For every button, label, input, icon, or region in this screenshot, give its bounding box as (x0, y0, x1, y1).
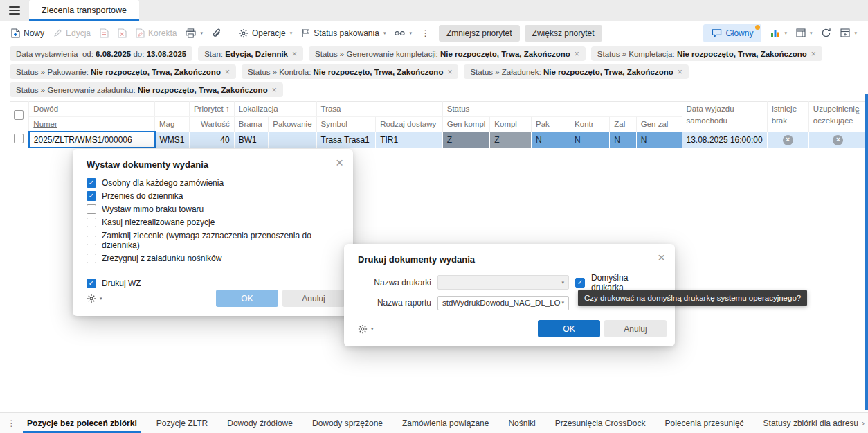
edycja-button[interactable]: Edycja (49, 24, 95, 42)
copy-document-button[interactable] (96, 24, 113, 42)
dialog-option[interactable]: Zamknij zlecenie (wymaga zaznaczenia prz… (73, 229, 353, 251)
column-header-brama[interactable]: Brama (234, 116, 269, 132)
checkbox-unchecked[interactable] (87, 236, 96, 245)
column-header-kontr[interactable]: Kontr (570, 116, 610, 132)
column-header-pakowanie[interactable]: Pakowanie (269, 116, 316, 132)
select-all-checkbox[interactable] (14, 110, 24, 120)
dialog-option[interactable]: Kasuj niezrealizowane pozycje (73, 215, 353, 229)
cell-zal[interactable]: N (610, 132, 636, 148)
dialog-option[interactable]: ✓Przenieś do dziennika (73, 189, 353, 202)
column-header-kompl[interactable]: Kompl (490, 116, 532, 132)
column-header-mag[interactable]: Mag (155, 116, 190, 132)
column-header-zal[interactable]: Zal (610, 116, 636, 132)
cell-pak[interactable]: N (531, 132, 570, 148)
chip-close-icon[interactable]: × (272, 85, 277, 95)
column-group-status[interactable]: Status (442, 102, 682, 117)
column-header-numer[interactable]: Numer (29, 116, 155, 132)
dialog-option[interactable]: Wystaw mimo braku towaru (73, 202, 353, 215)
grid-settings-button[interactable]: ▾ (836, 24, 861, 42)
report-select[interactable]: stdWydrukDowodu_NAG_DL_LOK, ▾ (437, 296, 569, 310)
bottom-tab-nośniki[interactable]: Nośniki (498, 413, 545, 433)
settings-gear-button[interactable]: ▾ (87, 294, 102, 303)
dots-vertical-icon[interactable]: ⋮ (6, 413, 17, 433)
operacje-button[interactable]: Operacje ▾ (235, 24, 296, 42)
anuluj-button[interactable]: Anuluj (604, 320, 667, 337)
column-group-dowód[interactable]: Dowód (29, 102, 155, 117)
chip-close-icon[interactable]: × (225, 67, 230, 77)
dialog-option[interactable]: Zrezygnuj z załadunku nośników (73, 251, 353, 265)
cell-gen_kompl[interactable]: Z (442, 132, 490, 148)
column-header-rodzaj_dostawy[interactable]: Rodzaj dostawy (376, 116, 443, 132)
print-button[interactable]: ▾ (181, 24, 207, 42)
column-group-trasa[interactable]: Trasa (316, 102, 442, 117)
status-pakowania-button[interactable]: Status pakowania ▾ (297, 24, 390, 42)
cell-data_wyjazdu[interactable]: 13.08.2025 16:00:00 (682, 132, 767, 148)
collapse-panel-icon[interactable]: « (855, 107, 860, 116)
cell-gen_zal[interactable]: N (636, 132, 682, 148)
checkbox-unchecked[interactable] (87, 218, 96, 227)
checkbox-unchecked[interactable] (87, 204, 96, 214)
chip-close-icon[interactable]: × (292, 49, 297, 59)
nowy-button[interactable]: Nowy (7, 24, 48, 42)
column-group-lokalizacja[interactable]: Lokalizacja (234, 102, 316, 117)
ok-button[interactable]: OK (216, 290, 278, 307)
cell-brama[interactable]: BW1 (234, 132, 269, 148)
more-options-button[interactable]: ⋮ (417, 24, 434, 42)
chevron-right-icon[interactable]: › (862, 413, 865, 433)
chip-close-icon[interactable]: × (678, 67, 682, 77)
dialog-option[interactable]: ✓Osobny dla każdego zamówienia (73, 176, 353, 189)
cell-kontr[interactable]: N (570, 132, 610, 148)
cell-symbol[interactable]: Trasa Trasa1 (316, 132, 376, 148)
column-group-priorytet[interactable]: Priorytet ↑ (189, 102, 234, 117)
bottom-tab-polecenia-przesunięć[interactable]: Polecenia przesunięć (655, 413, 754, 433)
row-checkbox[interactable] (14, 134, 24, 143)
glowny-button[interactable]: Główny (703, 24, 761, 42)
right-panel-splitter[interactable] (865, 94, 868, 410)
printer-select[interactable]: ▾ (437, 275, 569, 290)
default-printer-checkbox[interactable]: ✓ (575, 278, 585, 288)
column-group-none[interactable] (155, 102, 190, 117)
hamburger-menu-icon[interactable] (0, 0, 29, 21)
bottom-tab-pozycje-zltr[interactable]: Pozycje ZLTR (147, 413, 217, 433)
column-header-gen_kompl[interactable]: Gen kompl (442, 116, 490, 132)
chip-close-icon[interactable]: × (811, 49, 816, 59)
cell-rodzaj_dostawy[interactable]: TIR1 (376, 132, 443, 148)
cell-numer[interactable]: 2025/ZLTR/WMS1/000006 (29, 132, 155, 148)
option-drukuj-wz[interactable]: ✓ Drukuj WZ (73, 276, 353, 290)
zwieksz-priorytet-button[interactable]: Zwiększ priorytet (525, 25, 602, 42)
column-header-wartosc[interactable]: Wartość (189, 116, 234, 132)
cell-pakowanie[interactable] (269, 132, 316, 148)
column-header-symbol[interactable]: Symbol (316, 116, 376, 132)
checkbox-checked[interactable]: ✓ (87, 279, 96, 288)
cell-mag[interactable]: WMS1 (155, 132, 190, 148)
bottom-tab-statusy-zbiórki-dla-adresu[interactable]: Statusy zbiórki dla adresu (754, 413, 868, 433)
cell-istnieje_brak[interactable]: × (767, 132, 808, 148)
link-button[interactable]: ▾ (390, 24, 416, 42)
settings-gear-button[interactable]: ▾ (358, 324, 374, 334)
checkbox-checked[interactable]: ✓ (87, 191, 96, 201)
column-header-pak[interactable]: Pak (531, 116, 570, 132)
chip-close-icon[interactable]: × (447, 67, 452, 77)
chart-button[interactable]: ▾ (766, 24, 791, 42)
cell-wartosc[interactable]: 40 (189, 132, 234, 148)
bottom-tab-dowody-źródłowe[interactable]: Dowody źródłowe (217, 413, 302, 433)
column-header-istnieje_brak[interactable]: Istnieje brak (767, 102, 808, 132)
delete-document-button[interactable] (114, 24, 131, 42)
close-icon[interactable]: × (336, 156, 343, 169)
ok-button[interactable]: OK (538, 320, 600, 337)
checkbox-unchecked[interactable] (87, 254, 96, 263)
layout-button[interactable]: ▾ (792, 24, 817, 42)
bottom-tab-pozycje-bez-poleceń-zbiórki[interactable]: Pozycje bez poleceń zbiórki (17, 413, 147, 433)
refresh-button[interactable] (817, 24, 835, 42)
tab-zlecenia-transportowe[interactable]: Zlecenia transportowe (29, 0, 139, 21)
bottom-tab-przesunięcia-crossdock[interactable]: Przesunięcia CrossDock (545, 413, 655, 433)
cell-uzupelnienie[interactable]: × (808, 132, 867, 148)
bottom-tab-dowody-sprzężone[interactable]: Dowody sprzężone (302, 413, 392, 433)
column-header-data_wyjazdu[interactable]: Data wyjazdu samochodu (682, 102, 767, 132)
table-row[interactable]: 2025/ZLTR/WMS1/000006WMS140BW1Trasa Tras… (10, 132, 868, 148)
zmniejsz-priorytet-button[interactable]: Zmniejsz priorytet (439, 25, 520, 42)
column-header-gen_zal[interactable]: Gen zal (636, 116, 682, 132)
korekta-button[interactable]: Korekta (132, 24, 181, 42)
chip-close-icon[interactable]: × (575, 49, 579, 59)
checkbox-checked[interactable]: ✓ (87, 178, 96, 188)
